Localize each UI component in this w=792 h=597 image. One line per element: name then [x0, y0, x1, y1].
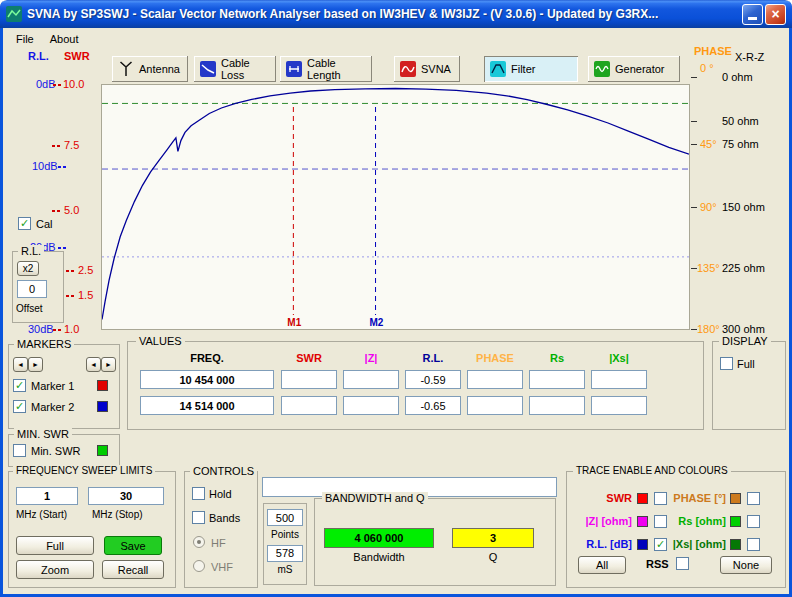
trace-z-swatch[interactable] — [637, 516, 648, 527]
display-panel — [712, 341, 786, 430]
start-freq-input[interactable] — [16, 487, 78, 505]
trace-rs-swatch[interactable] — [730, 516, 741, 527]
ohm-tick: 0 ohm — [722, 71, 753, 83]
col-header-phase: PHASE — [467, 352, 523, 364]
marker1-prev-button[interactable]: ◄ — [13, 357, 28, 372]
hold-checkbox[interactable]: ✓ — [192, 487, 205, 500]
rs2-value[interactable] — [529, 396, 585, 415]
trace-xs-checkbox[interactable]: ✓ — [747, 538, 760, 551]
trace-xs-swatch[interactable] — [730, 539, 741, 550]
menu-file[interactable]: File — [8, 31, 42, 47]
swr-tick: 5.0 — [64, 204, 79, 216]
minimize-icon — [748, 17, 757, 20]
ohm-tick: 225 ohm — [722, 262, 765, 274]
app-icon — [6, 6, 22, 22]
markers-panel-title: MARKERS — [14, 338, 74, 350]
chart-plot[interactable]: M1 M2 — [101, 84, 690, 330]
close-button[interactable]: × — [765, 4, 786, 25]
deg-tick: 45° — [700, 138, 717, 150]
ohm-tick-mark — [691, 144, 697, 145]
marker1-next-button[interactable]: ► — [28, 357, 43, 372]
swr-tick: 1.5 — [78, 289, 93, 301]
trace-phase-swatch[interactable] — [730, 493, 741, 504]
bandwidth-panel-title: BANDWIDTH and Q — [322, 492, 428, 504]
minimize-button[interactable] — [742, 4, 763, 25]
checkmark-icon: ✓ — [20, 218, 29, 229]
save-button[interactable]: Save — [104, 536, 162, 555]
marker2-prev-button[interactable]: ◄ — [86, 357, 101, 372]
tab-filter-label: Filter — [511, 63, 535, 75]
swr-tick-mark — [66, 270, 75, 272]
db-tick: 10dB — [32, 160, 58, 172]
zoom-button[interactable]: Zoom — [16, 560, 94, 579]
full-display-checkbox[interactable]: ✓ — [720, 357, 733, 370]
swr1-value[interactable] — [281, 370, 337, 389]
tab-svna-label: SVNA — [421, 63, 451, 75]
z2-value[interactable] — [343, 396, 399, 415]
db-tick-mark — [58, 247, 67, 249]
none-traces-button[interactable]: None — [720, 556, 772, 574]
checkmark-icon: ✓ — [15, 380, 24, 391]
rl-offset-input[interactable] — [17, 280, 47, 298]
right-arrow-icon: ► — [105, 361, 112, 368]
cal-checkbox[interactable]: ✓ — [18, 217, 31, 230]
swr-tick-mark — [53, 84, 62, 86]
trace-rs-checkbox[interactable]: ✓ — [747, 515, 760, 528]
col-header-freq: FREQ. — [140, 352, 274, 364]
tab-cable-length[interactable]: Cable Length — [280, 56, 372, 82]
xs1-value[interactable] — [591, 370, 647, 389]
x2-button[interactable]: x2 — [17, 261, 39, 276]
tab-filter[interactable]: Filter — [484, 56, 578, 82]
generator-icon — [594, 61, 610, 77]
ohm-tick: 75 ohm — [722, 138, 759, 150]
rl2-value[interactable] — [405, 396, 461, 415]
phase1-value[interactable] — [467, 370, 523, 389]
hf-label: HF — [211, 537, 226, 549]
marker2-checkbox[interactable]: ✓ — [13, 400, 26, 413]
full-sweep-button[interactable]: Full — [16, 536, 94, 555]
tab-generator[interactable]: Generator — [588, 56, 680, 82]
display-panel-title: DISPLAY — [719, 335, 771, 347]
deg-tick: 180° — [697, 323, 720, 335]
close-icon: × — [771, 6, 779, 22]
xs2-value[interactable] — [591, 396, 647, 415]
rs1-value[interactable] — [529, 370, 585, 389]
menu-about[interactable]: About — [42, 31, 87, 47]
col-header-rl: R.L. — [405, 352, 461, 364]
marker2-next-button[interactable]: ► — [101, 357, 116, 372]
rss-checkbox[interactable]: ✓ — [676, 557, 689, 570]
trace-rl-swatch[interactable] — [637, 539, 648, 550]
swr2-value[interactable] — [281, 396, 337, 415]
trace-phase-label: PHASE [°] — [666, 492, 726, 504]
min-swr-checkbox[interactable]: ✓ — [13, 444, 26, 457]
points-label: Points — [263, 529, 307, 540]
swr-tick: 2.5 — [78, 264, 93, 276]
points-input[interactable] — [267, 509, 303, 526]
col-header-rs: Rs — [529, 352, 585, 364]
tab-cable-loss-label: Cable Loss — [221, 57, 270, 81]
trace-phase-checkbox[interactable]: ✓ — [747, 492, 760, 505]
tab-cable-loss[interactable]: Cable Loss — [194, 56, 276, 82]
titlebar[interactable]: SVNA by SP3SWJ - Scalar Vector Network A… — [0, 0, 792, 28]
tab-antenna[interactable]: Antenna — [112, 56, 188, 82]
ohm-tick-mark — [691, 121, 697, 122]
all-traces-button[interactable]: All — [578, 556, 626, 574]
filter-icon — [490, 61, 506, 77]
q-label: Q — [452, 551, 534, 563]
freq2-value[interactable] — [140, 396, 274, 415]
z1-value[interactable] — [343, 370, 399, 389]
marker1-checkbox[interactable]: ✓ — [13, 379, 26, 392]
freq1-value[interactable] — [140, 370, 274, 389]
tab-cable-length-label: Cable Length — [307, 57, 366, 81]
min-swr-label: Min. SWR — [31, 445, 81, 457]
tab-svna[interactable]: SVNA — [394, 56, 460, 82]
trace-swr-swatch[interactable] — [637, 493, 648, 504]
deg-tick: 0 ° — [700, 62, 714, 74]
bandwidth-value: 4 060 000 — [324, 528, 434, 548]
bands-checkbox[interactable]: ✓ — [192, 511, 205, 524]
stop-freq-input[interactable] — [88, 487, 164, 505]
phase2-value[interactable] — [467, 396, 523, 415]
rl1-value[interactable] — [405, 370, 461, 389]
trace-swr-label: SWR — [572, 492, 632, 504]
recall-button[interactable]: Recall — [102, 560, 164, 579]
